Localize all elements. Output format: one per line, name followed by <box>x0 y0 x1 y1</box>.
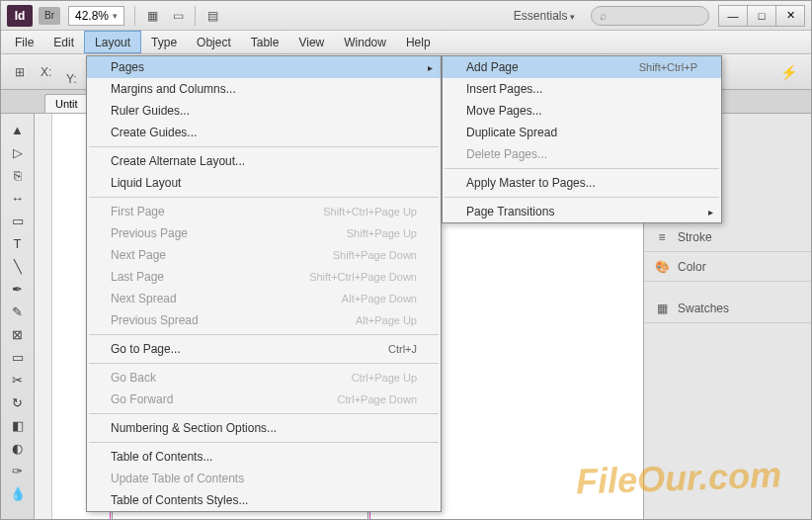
pages-submenu-item[interactable]: Duplicate Spread <box>443 122 721 143</box>
pages-submenu-item: Delete Pages... <box>443 143 721 165</box>
layout-menu-item: Update Table of Contents <box>87 468 441 489</box>
gradient-swatch-tool-icon[interactable]: ◧ <box>5 414 31 436</box>
layout-menu-item-label: Ruler Guides... <box>111 104 190 118</box>
layout-menu-item[interactable]: Table of Contents... <box>87 446 441 468</box>
layout-menu-item[interactable]: Liquid Layout <box>87 172 441 194</box>
pages-submenu-item-label: Insert Pages... <box>466 82 542 96</box>
layout-menu-item: Last PageShift+Ctrl+Page Down <box>87 266 441 288</box>
minimize-button[interactable]: — <box>718 5 748 27</box>
screen-mode-icon[interactable]: ▭ <box>167 5 189 27</box>
layout-menu-item-label: Table of Contents Styles... <box>111 493 248 507</box>
x-label: X: <box>41 65 51 79</box>
bridge-badge[interactable]: Br <box>39 7 60 25</box>
zoom-dropdown[interactable]: 42.8% <box>68 6 124 26</box>
layout-menu-separator <box>89 334 439 335</box>
pages-submenu-item[interactable]: Move Pages... <box>443 100 721 122</box>
layout-menu-item[interactable]: Table of Contents Styles... <box>87 489 441 511</box>
layout-menu-item-shortcut: Shift+Page Up <box>347 227 417 239</box>
separator <box>134 6 135 26</box>
type-tool-icon[interactable]: T <box>5 232 31 254</box>
direct-selection-tool-icon[interactable]: ▷ <box>5 141 31 163</box>
color-panel[interactable]: 🎨Color <box>644 252 811 282</box>
layout-menu-item-label: Last Page <box>111 270 164 284</box>
layout-menu-item-shortcut: Shift+Page Down <box>333 249 417 261</box>
pages-submenu: Add PageShift+Ctrl+PInsert Pages...Move … <box>442 55 722 223</box>
layout-menu-item: Previous SpreadAlt+Page Up <box>87 309 441 331</box>
menu-bar: FileEditLayoutTypeObjectTableViewWindowH… <box>1 31 811 54</box>
menu-edit[interactable]: Edit <box>43 31 84 53</box>
view-options-icon[interactable]: ▦ <box>141 5 163 27</box>
layout-menu-separator <box>89 197 439 198</box>
layout-menu-item-label: First Page <box>111 205 165 218</box>
rectangle-tool-icon[interactable]: ▭ <box>5 346 31 368</box>
gradient-feather-tool-icon[interactable]: ◐ <box>5 437 31 459</box>
rectangle-frame-tool-icon[interactable]: ⊠ <box>5 323 31 345</box>
layout-menu-item-shortcut: Ctrl+Page Down <box>338 393 417 405</box>
maximize-button[interactable]: □ <box>747 5 776 27</box>
layout-menu-item[interactable]: Margins and Columns... <box>87 78 441 100</box>
layout-menu-item-shortcut: Alt+Page Down <box>342 293 417 304</box>
pages-submenu-item[interactable]: Page Transitions <box>443 201 721 222</box>
selection-tool-icon[interactable]: ▲ <box>5 119 31 140</box>
pages-submenu-item-label: Duplicate Spread <box>466 126 557 139</box>
layout-menu-item-label: Liquid Layout <box>111 176 181 190</box>
stroke-label: Stroke <box>678 230 712 244</box>
menu-window[interactable]: Window <box>334 31 396 53</box>
layout-menu-item-shortcut: Alt+Page Up <box>356 314 417 326</box>
pages-submenu-item-label: Move Pages... <box>466 104 542 118</box>
layout-menu-item: Previous PageShift+Page Up <box>87 222 441 244</box>
menu-help[interactable]: Help <box>396 31 441 53</box>
layout-menu-item[interactable]: Go to Page...Ctrl+J <box>87 338 441 360</box>
swatches-label: Swatches <box>678 302 729 315</box>
layout-menu-item[interactable]: Pages <box>87 56 441 78</box>
line-tool-icon[interactable]: ╲ <box>5 255 31 277</box>
layout-menu-item-label: Numbering & Section Options... <box>111 421 277 435</box>
arrange-icon[interactable]: ▤ <box>202 5 223 27</box>
layout-menu-item[interactable]: Numbering & Section Options... <box>87 417 441 439</box>
layout-menu-item-label: Previous Spread <box>111 313 199 327</box>
pages-submenu-separator <box>445 197 719 198</box>
gap-tool-icon[interactable]: ↔ <box>5 187 31 209</box>
layout-menu-item-shortcut: Shift+Ctrl+Page Down <box>309 271 417 283</box>
layout-menu-item-label: Create Alternate Layout... <box>111 154 245 168</box>
layout-menu-item-label: Next Page <box>111 248 166 262</box>
layout-menu-item[interactable]: Create Guides... <box>87 122 441 143</box>
layout-menu-separator <box>89 363 439 364</box>
stroke-panel[interactable]: ≡Stroke <box>644 222 811 252</box>
menu-view[interactable]: View <box>288 31 334 53</box>
menu-table[interactable]: Table <box>241 31 289 53</box>
menu-object[interactable]: Object <box>187 31 241 53</box>
swatches-panel[interactable]: ▦Swatches <box>644 294 811 323</box>
pages-submenu-item[interactable]: Apply Master to Pages... <box>443 172 721 194</box>
layout-menu-item-label: Next Spread <box>111 292 177 305</box>
content-collector-icon[interactable]: ▭ <box>5 210 31 231</box>
color-label: Color <box>678 260 706 274</box>
layout-menu-item[interactable]: Create Alternate Layout... <box>87 150 441 172</box>
layout-menu-item-label: Table of Contents... <box>111 450 212 464</box>
layout-menu-item: Next SpreadAlt+Page Down <box>87 288 441 309</box>
scissors-tool-icon[interactable]: ✂ <box>5 369 31 390</box>
layout-menu-item-label: Margins and Columns... <box>111 82 236 96</box>
quick-apply-icon[interactable]: ⚡ <box>780 64 797 80</box>
layout-menu-item-label: Go to Page... <box>111 342 181 356</box>
free-transform-tool-icon[interactable]: ↻ <box>5 391 31 413</box>
note-tool-icon[interactable]: ✑ <box>5 460 31 481</box>
page-tool-icon[interactable]: ⎘ <box>5 164 31 186</box>
layout-menu-separator <box>89 413 439 414</box>
layout-menu-item[interactable]: Ruler Guides... <box>87 100 441 122</box>
workspace-dropdown[interactable]: Essentials <box>506 6 583 26</box>
pencil-tool-icon[interactable]: ✎ <box>5 301 31 322</box>
menu-type[interactable]: Type <box>141 31 187 53</box>
tools-panel: ▲ ▷ ⎘ ↔ ▭ T ╲ ✒ ✎ ⊠ ▭ ✂ ↻ ◧ ◐ ✑ 💧 <box>1 114 35 519</box>
pages-submenu-item[interactable]: Add PageShift+Ctrl+P <box>443 56 721 78</box>
close-button[interactable]: ✕ <box>775 5 805 27</box>
pen-tool-icon[interactable]: ✒ <box>5 278 31 300</box>
search-input[interactable] <box>591 6 709 26</box>
eyedropper-tool-icon[interactable]: 💧 <box>5 482 31 504</box>
title-bar: Id Br 42.8% ▦ ▭ ▤ Essentials — □ ✕ <box>1 1 811 31</box>
ref-point-icon[interactable]: ⊞ <box>9 61 31 83</box>
pages-submenu-item[interactable]: Insert Pages... <box>443 78 721 100</box>
document-tab[interactable]: Untit <box>44 94 89 113</box>
menu-file[interactable]: File <box>5 31 43 53</box>
menu-layout[interactable]: Layout <box>84 31 141 53</box>
